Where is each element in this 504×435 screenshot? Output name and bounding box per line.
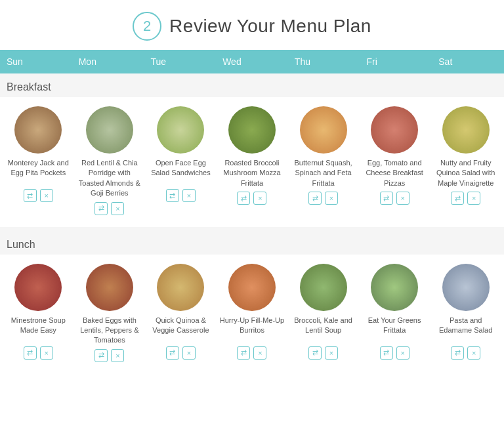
- breakfast-sun-img: [14, 106, 62, 154]
- breakfast-thu-img: [300, 106, 347, 154]
- breakfast-meal-grid: Monterey Jack and Egg Pita Pockets ⇄ × R…: [0, 97, 504, 227]
- breakfast-fri-name: Egg, Tomato and Cheese Breakfast Pizzas: [362, 158, 428, 188]
- breakfast-tue-swap[interactable]: ⇄: [166, 189, 179, 202]
- lunch-section-label: Lunch: [0, 231, 504, 255]
- lunch-sun-img: [14, 264, 62, 311]
- lunch-mon-swap[interactable]: ⇄: [94, 349, 108, 362]
- day-mon: Mon: [72, 50, 144, 73]
- lunch-sun-name: Minestrone Soup Made Easy: [5, 316, 72, 343]
- lunch-thu-actions: ⇄ ×: [308, 346, 338, 360]
- lunch-meal-grid: Minestrone Soup Made Easy ⇄ × Baked Eggs…: [0, 255, 504, 374]
- lunch-sat: Pasta and Edamame Salad ⇄ ×: [430, 261, 501, 365]
- lunch-sat-actions: ⇄ ×: [451, 346, 480, 360]
- breakfast-sun-swap[interactable]: ⇄: [24, 189, 37, 202]
- page-header: 2 Review Your Menu Plan: [0, 0, 504, 50]
- lunch-mon-remove[interactable]: ×: [111, 349, 124, 362]
- lunch-thu-remove[interactable]: ×: [325, 346, 338, 360]
- breakfast-thu-actions: ⇄ ×: [308, 192, 338, 205]
- lunch-tue-swap[interactable]: ⇄: [166, 346, 179, 360]
- day-fri: Fri: [360, 50, 432, 73]
- breakfast-mon-name: Red Lentil & Chia Porridge with Toasted …: [77, 158, 143, 199]
- lunch-wed-actions: ⇄ ×: [237, 346, 266, 360]
- breakfast-wed-swap[interactable]: ⇄: [237, 192, 250, 205]
- lunch-tue-img: [157, 264, 204, 311]
- lunch-mon-actions: ⇄ ×: [94, 349, 124, 362]
- lunch-sat-name: Pasta and Edamame Salad: [432, 316, 499, 343]
- lunch-mon-name: Baked Eggs with Lentils, Peppers & Tomat…: [77, 316, 143, 346]
- breakfast-sat: Nutty and Fruity Quinoa Salad with Maple…: [430, 104, 501, 218]
- breakfast-fri-actions: ⇄ ×: [380, 192, 410, 205]
- breakfast-thu-remove[interactable]: ×: [325, 192, 338, 205]
- breakfast-fri: Egg, Tomato and Cheese Breakfast Pizzas …: [359, 104, 430, 218]
- step-number: 2: [143, 18, 151, 35]
- lunch-wed-remove[interactable]: ×: [253, 346, 266, 360]
- day-thu: Thu: [288, 50, 360, 73]
- day-sat: Sat: [432, 50, 504, 73]
- lunch-thu-name: Broccoli, Kale and Lentil Soup: [290, 316, 356, 343]
- lunch-thu: Broccoli, Kale and Lentil Soup ⇄ ×: [287, 261, 359, 365]
- breakfast-sun-remove[interactable]: ×: [40, 189, 53, 202]
- lunch-tue-remove[interactable]: ×: [182, 346, 196, 360]
- breakfast-tue-img: [157, 106, 204, 154]
- breakfast-mon-remove[interactable]: ×: [111, 202, 124, 215]
- lunch-sat-remove[interactable]: ×: [467, 346, 480, 360]
- day-sun: Sun: [0, 50, 72, 73]
- lunch-sun-swap[interactable]: ⇄: [24, 346, 37, 360]
- lunch-tue: Quick Quinoa & Veggie Casserole ⇄ ×: [145, 261, 217, 365]
- breakfast-mon-actions: ⇄ ×: [94, 202, 124, 215]
- lunch-sun-remove[interactable]: ×: [40, 346, 53, 360]
- lunch-wed-img: [228, 264, 276, 311]
- breakfast-sat-remove[interactable]: ×: [467, 192, 480, 205]
- breakfast-sat-actions: ⇄ ×: [451, 192, 480, 205]
- lunch-thu-swap[interactable]: ⇄: [308, 346, 322, 360]
- lunch-thu-img: [300, 264, 347, 311]
- day-tue: Tue: [144, 50, 216, 73]
- breakfast-wed-name: Roasted Broccoli Mushroom Mozza Frittata: [219, 158, 285, 188]
- breakfast-wed-img: [228, 106, 276, 154]
- lunch-fri-remove[interactable]: ×: [396, 346, 410, 360]
- lunch-fri-name: Eat Your Greens Frittata: [362, 316, 428, 343]
- lunch-sat-img: [442, 264, 490, 311]
- breakfast-mon-img: [86, 106, 133, 154]
- breakfast-wed: Roasted Broccoli Mushroom Mozza Frittata…: [217, 104, 288, 218]
- lunch-sat-swap[interactable]: ⇄: [451, 346, 464, 360]
- breakfast-sun: Monterey Jack and Egg Pita Pockets ⇄ ×: [3, 104, 74, 218]
- lunch-fri-actions: ⇄ ×: [380, 346, 410, 360]
- breakfast-thu-swap[interactable]: ⇄: [308, 192, 322, 205]
- lunch-tue-actions: ⇄ ×: [166, 346, 196, 360]
- breakfast-tue: Open Face Egg Salad Sandwiches ⇄ ×: [145, 104, 217, 218]
- breakfast-thu-name: Butternut Squash, Spinach and Feta Fritt…: [290, 158, 356, 188]
- lunch-mon-img: [86, 264, 133, 311]
- breakfast-wed-actions: ⇄ ×: [237, 192, 266, 205]
- breakfast-sun-name: Monterey Jack and Egg Pita Pockets: [5, 158, 72, 186]
- lunch-mon: Baked Eggs with Lentils, Peppers & Tomat…: [74, 261, 146, 365]
- breakfast-tue-actions: ⇄ ×: [166, 189, 196, 202]
- lunch-sun-actions: ⇄ ×: [24, 346, 53, 360]
- breakfast-section-label: Breakfast: [0, 73, 504, 97]
- breakfast-sat-img: [442, 106, 490, 154]
- breakfast-fri-remove[interactable]: ×: [396, 192, 410, 205]
- breakfast-fri-swap[interactable]: ⇄: [380, 192, 393, 205]
- breakfast-sat-swap[interactable]: ⇄: [451, 192, 464, 205]
- day-header-row: Sun Mon Tue Wed Thu Fri Sat: [0, 50, 504, 73]
- day-wed: Wed: [216, 50, 288, 73]
- lunch-fri-swap[interactable]: ⇄: [380, 346, 393, 360]
- breakfast-mon-swap[interactable]: ⇄: [94, 202, 108, 215]
- lunch-wed-name: Hurry-Up Fill-Me-Up Burritos: [219, 316, 285, 343]
- lunch-wed: Hurry-Up Fill-Me-Up Burritos ⇄ ×: [217, 261, 288, 365]
- breakfast-thu: Butternut Squash, Spinach and Feta Fritt…: [287, 104, 359, 218]
- lunch-fri: Eat Your Greens Frittata ⇄ ×: [359, 261, 430, 365]
- breakfast-mon: Red Lentil & Chia Porridge with Toasted …: [74, 104, 146, 218]
- lunch-sun: Minestrone Soup Made Easy ⇄ ×: [3, 261, 74, 365]
- lunch-wed-swap[interactable]: ⇄: [237, 346, 250, 360]
- page-title: Review Your Menu Plan: [169, 16, 371, 37]
- breakfast-sun-actions: ⇄ ×: [24, 189, 53, 202]
- breakfast-fri-img: [371, 106, 418, 154]
- breakfast-tue-remove[interactable]: ×: [182, 189, 196, 202]
- lunch-tue-name: Quick Quinoa & Veggie Casserole: [148, 316, 214, 343]
- breakfast-tue-name: Open Face Egg Salad Sandwiches: [148, 158, 214, 186]
- lunch-fri-img: [371, 264, 418, 311]
- breakfast-wed-remove[interactable]: ×: [253, 192, 266, 205]
- breakfast-sat-name: Nutty and Fruity Quinoa Salad with Maple…: [432, 158, 499, 188]
- step-circle: 2: [133, 12, 161, 41]
